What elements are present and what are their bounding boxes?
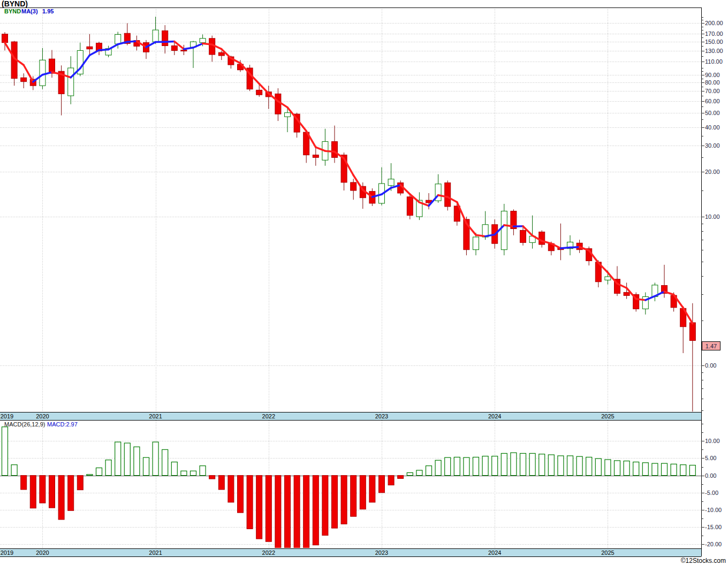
macd-bar-2019-10 [11,465,17,476]
price-axis-label-150.00: 150.00 [705,39,723,45]
macd-bar-2019-11 [21,476,27,490]
page-title: (BYND) [2,0,28,8]
price-axis-label-70.00: 70.00 [705,88,720,94]
price-axis-label-40.00: 40.00 [705,124,720,131]
candle-body-2020-04 [68,68,74,96]
candle-body-2020-01 [40,60,46,86]
year-label-lower-2019: 2019 [1,549,13,556]
candle-body-2025-01 [605,277,611,280]
macd-bar-2022-04 [294,476,300,548]
macd-bar-2023-11 [473,457,479,475]
macd-bar-2023-08 [445,457,451,475]
macd-bar-2024-12 [595,459,601,476]
macd-bar-2021-09 [228,476,234,502]
candle-body-2021-04 [181,50,187,51]
macd-bar-2021-08 [218,476,224,490]
macd-bar-2025-02 [615,461,620,476]
candle-body-2023-02 [388,179,394,186]
macd-bar-2021-05 [191,471,196,475]
macd-bar-2025-04 [633,462,639,475]
date-band-lower [0,548,701,556]
macd-bar-2024-03 [511,453,517,476]
macd-bars-group [2,427,696,548]
year-label-upper-2020: 2020 [36,413,49,419]
macd-bar-2023-03 [398,476,404,479]
macd-axis-label--15.00: -15.00 [705,524,722,530]
candle-body-2021-02 [162,30,168,45]
macd-bar-2022-05 [304,476,309,549]
macd-bar-2019-12 [30,476,36,508]
macd-bar-2023-02 [388,476,394,485]
macd-bar-2021-11 [247,476,253,529]
price-axis-label-0.00: 0.00 [705,362,716,369]
ma3-segment [99,50,109,50]
candle-body-2022-03 [285,113,291,117]
macd-bar-2022-09 [341,476,347,524]
macd-bar-2021-02 [162,449,168,475]
macd-bar-2020-03 [58,476,64,520]
macd-bar-2021-06 [200,466,206,476]
last-price-flag-text: 1.47 [706,343,717,349]
candles-group [2,17,696,411]
price-axis-label-30.00: 30.00 [705,142,720,149]
price-axis-label-130.00: 130.00 [705,48,723,54]
candle-body-2022-06 [313,155,318,158]
macd-bar-2025-08 [671,464,677,475]
candle-body-2023-11 [473,237,479,250]
price-axis-label-50.00: 50.00 [705,110,720,116]
ma3-segment [570,247,580,248]
year-label-upper-2024: 2024 [488,413,501,419]
macd-bar-2023-09 [454,457,460,475]
macd-bar-2022-12 [369,476,375,502]
year-label-lower-2025: 2025 [601,549,614,556]
year-label-lower-2022: 2022 [262,549,275,556]
ma3-segment [89,50,99,56]
macd-bar-2023-04 [407,472,413,475]
macd-bar-2025-01 [605,460,611,476]
ma3-segment [127,41,137,42]
macd-bar-2024-09 [567,456,573,476]
candle-body-2021-03 [171,46,177,51]
macd-bar-2021-01 [153,442,158,475]
macd-bar-2021-04 [181,471,187,475]
footer-credit: ©12Stocks.com [681,557,726,564]
macd-bar-2021-12 [256,476,262,539]
macd-bar-2022-06 [313,476,318,545]
macd-bar-2020-11 [134,447,140,475]
macd-bar-2020-07 [96,468,102,475]
candle-body-2024-04 [520,230,526,242]
ma3-segment [325,151,335,151]
year-label-lower-2023: 2023 [375,549,388,556]
ma3-segment [636,299,646,300]
candle-body-2022-02 [275,94,281,114]
macd-axis-label--5.00: -5.00 [705,490,718,496]
macd-axis-label-5.00: 5.00 [705,455,716,461]
candle-body-2024-06 [539,232,545,245]
macd-bar-2020-04 [68,476,74,511]
macd-bar-2025-06 [652,463,658,476]
ma3-segment [203,43,213,44]
macd-bar-2020-01 [40,476,46,503]
macd-bar-2024-04 [520,453,526,475]
macd-bar-2021-07 [209,476,215,479]
macd-bar-2024-02 [501,453,507,475]
year-label-upper-2021: 2021 [149,413,162,419]
macd-bar-2025-10 [689,465,695,475]
macd-bar-2025-03 [624,461,630,476]
candle-body-2023-04 [407,197,413,216]
candle-body-2021-08 [218,52,224,56]
macd-bar-2020-06 [87,475,93,476]
macd-bar-2022-10 [351,476,357,517]
macd-bar-2020-08 [105,460,111,476]
year-label-lower-2024: 2024 [488,549,501,556]
macd-bar-2024-01 [492,456,498,476]
price-gridlines [0,24,701,366]
macd-axis-labels: 10.005.000.00-5.00-10.00-15.00-20.00 [705,438,722,547]
macd-bar-2023-01 [379,476,385,493]
macd-axis-label--10.00: -10.00 [705,507,722,513]
macd-bar-2024-06 [539,454,545,476]
candle-body-2025-03 [624,292,630,295]
price-axis-label-110.00: 110.00 [705,58,723,65]
legend-symbol: BYND [4,8,21,14]
macd-bar-2024-05 [529,453,535,475]
